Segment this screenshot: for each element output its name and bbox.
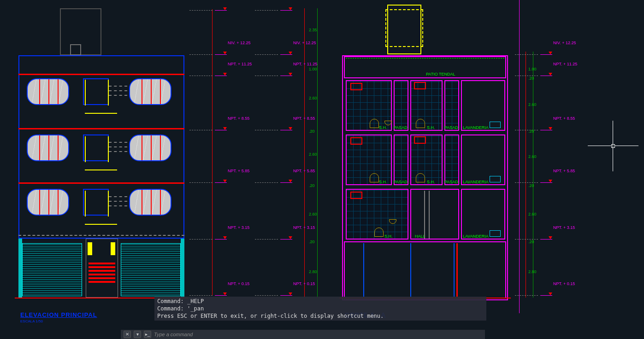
command-history: Command: _HELP Command: '_pan Press ESC … xyxy=(154,297,486,321)
small-window xyxy=(414,82,426,89)
window xyxy=(27,134,69,161)
garage-door xyxy=(22,243,82,296)
elevation-drawing xyxy=(18,8,189,303)
slab-dash xyxy=(18,235,184,236)
command-history-line: Press ESC or ENTER to exit, or right-cli… xyxy=(157,312,484,320)
toilet-icon xyxy=(370,119,379,128)
window xyxy=(27,189,69,216)
small-window xyxy=(414,136,426,144)
small-window xyxy=(350,192,362,199)
dimension-value: 1.00 xyxy=(309,67,317,71)
dash xyxy=(109,90,127,91)
dim-line xyxy=(526,52,526,298)
dash xyxy=(109,205,127,206)
column xyxy=(410,243,411,297)
tank-enclosure xyxy=(387,5,421,54)
column xyxy=(454,243,455,297)
room-label: S.H. xyxy=(379,125,387,130)
command-input[interactable] xyxy=(154,332,482,337)
step xyxy=(89,266,115,268)
column xyxy=(456,243,458,297)
slab-line xyxy=(18,74,184,75)
dimension-value: .20 xyxy=(528,129,534,134)
room-label: S.H. xyxy=(427,125,435,130)
dim-line xyxy=(533,52,533,298)
window xyxy=(129,134,171,161)
step xyxy=(89,281,115,283)
column xyxy=(363,243,364,297)
dimension-value: 2.60 xyxy=(528,154,537,159)
counter xyxy=(490,122,501,128)
dimension-value: 2.60 xyxy=(309,152,317,157)
passage xyxy=(394,80,408,131)
dimension-value: .20 xyxy=(528,183,534,188)
door-jamb xyxy=(88,242,92,255)
elevation-scale: ESCALA 1/50 xyxy=(20,319,43,323)
dimension-value: .20 xyxy=(309,240,315,244)
dash xyxy=(109,142,127,143)
dash xyxy=(109,201,127,202)
room-label: S.H. xyxy=(427,180,435,184)
dimension-value: 1.00 xyxy=(528,67,537,71)
room-label: PASAD. xyxy=(394,125,408,130)
room-label: PASAD. xyxy=(444,180,459,184)
window xyxy=(27,78,69,105)
dash xyxy=(109,151,127,152)
room-label: LAVANDERIA xyxy=(463,180,489,184)
column xyxy=(181,239,184,298)
dimension-value: 2.60 xyxy=(528,102,537,107)
dimension-value: 2.80 xyxy=(309,269,317,274)
model-space[interactable]: ELEVACION PRINCIPAL ESCALA 1/50 CORTE A … xyxy=(0,0,644,339)
dim-line xyxy=(317,8,318,298)
dimension-value: 2.60 xyxy=(309,96,317,100)
slab-line xyxy=(18,182,184,184)
dimension-value: 2.60 xyxy=(309,212,317,216)
dimension-value: .20 xyxy=(528,240,534,244)
counter xyxy=(490,176,501,182)
prompt-icon: ▸_ xyxy=(144,331,151,338)
layout-edge xyxy=(519,0,520,313)
room-label: S.H. xyxy=(379,180,387,184)
window xyxy=(129,78,171,105)
door-line xyxy=(424,191,425,239)
elevation-title: ELEVACION PRINCIPAL xyxy=(20,311,97,318)
hall xyxy=(410,189,459,240)
customize-icon[interactable]: ▾ xyxy=(134,331,141,338)
dimension-value: 2.60 xyxy=(528,212,537,216)
passage xyxy=(444,134,459,185)
toilet-icon xyxy=(374,228,384,237)
garage-level xyxy=(344,241,506,298)
room-label: PASAD. xyxy=(444,125,459,130)
dimension-value: 2.80 xyxy=(528,269,537,274)
step xyxy=(89,274,115,275)
section-drawing: PATIO TENDAL S.H. PASAD. S.H. PASAD. LAV… xyxy=(342,5,513,299)
dash xyxy=(109,95,127,96)
command-history-line: Command: _HELP xyxy=(157,298,484,305)
window xyxy=(129,189,171,216)
passage xyxy=(444,80,459,131)
column xyxy=(18,239,22,298)
command-input-bar[interactable]: ✕ ▾ ▸_ xyxy=(121,330,485,339)
toilet-icon xyxy=(370,173,379,182)
toilet-icon xyxy=(416,173,425,182)
room-label: S.H. xyxy=(384,234,393,239)
dim-line xyxy=(304,8,305,298)
small-window xyxy=(350,83,362,90)
dimension-value: 2.35 xyxy=(309,28,317,32)
dash xyxy=(109,196,127,197)
parapet-dash xyxy=(346,58,504,76)
step xyxy=(89,277,115,279)
dimension-value: .20 xyxy=(528,76,534,81)
penthouse-door xyxy=(70,44,81,55)
dimension-value: .20 xyxy=(309,183,315,188)
close-icon[interactable]: ✕ xyxy=(124,331,131,338)
room-label: LAVANDERIA xyxy=(463,234,489,239)
command-history-line: Command: '_pan xyxy=(157,305,484,312)
stair-rail xyxy=(85,80,125,117)
door-line xyxy=(429,191,430,239)
dash xyxy=(109,146,127,147)
slab-line xyxy=(18,128,184,129)
toilet-icon xyxy=(416,119,425,128)
counter xyxy=(490,230,501,237)
dimension-value: .20 xyxy=(309,129,315,134)
